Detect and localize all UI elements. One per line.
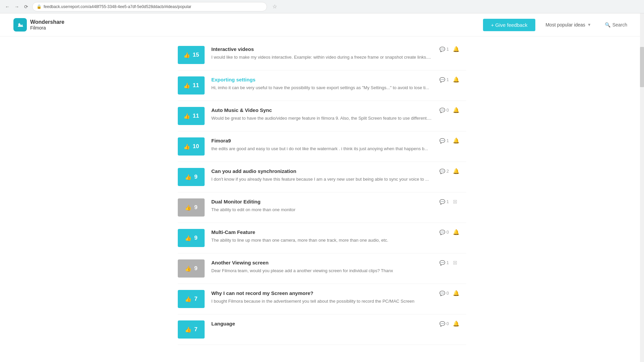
bookmark-icon[interactable]: ☆ — [272, 3, 277, 10]
comment-count: 0 — [446, 108, 449, 113]
comment-area[interactable]: 💬 1 — [439, 138, 449, 143]
idea-title: Multi-Cam Feature — [211, 229, 433, 236]
idea-title: Auto Music & Video Sync — [211, 107, 433, 114]
scrollbar-thumb[interactable] — [640, 47, 644, 87]
idea-title: Interactive videos — [211, 46, 433, 53]
comment-count: 0 — [446, 230, 449, 235]
comment-count: 0 — [446, 321, 449, 326]
forward-button[interactable]: → — [13, 3, 20, 10]
bell-icon[interactable]: 🔔 — [453, 46, 460, 52]
main-content: 👍 15 Interactive videos I would like to … — [171, 37, 473, 348]
vote-button[interactable]: 👍 11 — [178, 107, 205, 125]
idea-description: The ability to line up more than one cam… — [211, 237, 433, 243]
comment-area[interactable]: 💬 1 — [439, 199, 449, 204]
vote-count: 9 — [194, 235, 197, 241]
search-area[interactable]: 🔍 Search — [601, 20, 631, 29]
bell-icon[interactable]: 🔔 — [453, 137, 460, 144]
vote-button[interactable]: 👍 15 — [178, 46, 205, 64]
thumbs-up-icon: 👍 — [183, 113, 190, 119]
comment-area[interactable]: 💬 0 — [439, 321, 449, 326]
vote-count: 7 — [194, 296, 197, 302]
svg-point-1 — [18, 23, 19, 25]
scrollbar[interactable] — [640, 13, 644, 348]
comment-area[interactable]: 💬 1 — [439, 260, 449, 265]
comment-count: 1 — [446, 260, 449, 265]
comment-area[interactable]: 💬 2 — [439, 169, 449, 174]
bell-icon[interactable]: 🔔 — [453, 168, 460, 174]
bell-icon[interactable]: 🔔 — [453, 320, 460, 327]
comment-icon: 💬 — [439, 321, 445, 326]
idea-description: I would like to make my videos interacti… — [211, 54, 433, 60]
vote-button[interactable]: 👍 9 — [178, 229, 205, 247]
comment-icon: 💬 — [439, 77, 445, 82]
comment-area[interactable]: 💬 0 — [439, 291, 449, 296]
idea-meta: 💬 1 ⊠ — [439, 259, 466, 266]
vote-button[interactable]: 👍 7 — [178, 290, 205, 308]
logo-icon — [13, 18, 27, 32]
vote-button[interactable]: 👍 9 — [178, 168, 205, 186]
url-text: feedback.userreport.com/a448f755-3348-4e… — [44, 4, 191, 9]
idea-meta: 💬 1 ⊠ — [439, 198, 466, 205]
comment-area[interactable]: 💬 0 — [439, 108, 449, 113]
logo-text: Wondershare Filmora — [30, 19, 64, 31]
thumbs-up-icon: 👍 — [183, 82, 190, 89]
comment-area[interactable]: 💬 1 — [439, 77, 449, 82]
vote-button[interactable]: 👍 9 — [178, 259, 205, 278]
idea-meta: 💬 0 🔔 — [439, 290, 466, 296]
reload-button[interactable]: ⟳ — [23, 3, 30, 10]
list-item: 👍 11 Exporting settings Hi, imho it can … — [178, 70, 466, 101]
list-item: 👍 7 Language 💬 0 🔔 — [178, 314, 466, 345]
idea-description: I bought Filmora because in the advertis… — [211, 298, 433, 304]
vote-button[interactable]: 👍 7 — [178, 320, 205, 339]
idea-content: Another Viewing screen Dear Filmora team… — [211, 259, 433, 274]
idea-title: Why I can not record my Screen anymore? — [211, 290, 433, 297]
sort-dropdown[interactable]: Most popular ideas ▼ — [542, 20, 594, 29]
thumbs-up-icon: 👍 — [185, 204, 192, 211]
idea-title: Another Viewing screen — [211, 259, 433, 266]
vote-count: 9 — [194, 265, 197, 272]
bell-icon[interactable]: 🔔 — [453, 107, 460, 113]
comment-icon: 💬 — [439, 199, 445, 204]
hourglass-icon[interactable]: ⊠ — [453, 259, 457, 266]
idea-content: Fimora9 the edits are good and easy to u… — [211, 137, 433, 152]
vote-count: 11 — [193, 113, 199, 119]
list-item: 👍 11 Auto Music & Video Sync Would be gr… — [178, 101, 466, 131]
bell-icon[interactable]: 🔔 — [453, 76, 460, 83]
bell-icon[interactable]: 🔔 — [453, 229, 460, 235]
comment-count: 1 — [446, 199, 449, 204]
vote-count: 10 — [193, 143, 199, 150]
browser-chrome: ← → ⟳ 🔒 feedback.userreport.com/a448f755… — [0, 0, 644, 13]
lock-icon: 🔒 — [37, 4, 42, 9]
comment-area[interactable]: 💬 0 — [439, 230, 449, 235]
idea-meta: 💬 1 🔔 — [439, 46, 466, 52]
idea-title[interactable]: Exporting settings — [211, 76, 433, 83]
idea-meta: 💬 0 🔔 — [439, 320, 466, 327]
vote-button[interactable]: 👍 9 — [178, 198, 205, 217]
comment-count: 1 — [446, 77, 449, 82]
comment-icon: 💬 — [439, 108, 445, 113]
give-feedback-button[interactable]: + Give feedback — [483, 19, 536, 31]
idea-meta: 💬 2 🔔 — [439, 168, 466, 174]
idea-meta: 💬 0 🔔 — [439, 107, 466, 113]
comment-area[interactable]: 💬 1 — [439, 47, 449, 52]
idea-description: the edits are good and easy to use but i… — [211, 146, 433, 152]
vote-count: 15 — [193, 52, 199, 58]
logo-area[interactable]: Wondershare Filmora — [13, 18, 64, 32]
idea-content: Why I can not record my Screen anymore? … — [211, 290, 433, 304]
bell-icon[interactable]: 🔔 — [453, 290, 460, 296]
search-label: Search — [612, 22, 627, 27]
list-item: 👍 15 Interactive videos I would like to … — [178, 40, 466, 70]
idea-meta: 💬 0 🔔 — [439, 229, 466, 235]
list-item: 👍 9 Can you add audio synchronization I … — [178, 162, 466, 192]
comment-icon: 💬 — [439, 260, 445, 265]
address-bar[interactable]: 🔒 feedback.userreport.com/a448f755-3348-… — [32, 2, 267, 11]
vote-button[interactable]: 👍 10 — [178, 137, 205, 156]
chevron-down-icon: ▼ — [587, 22, 591, 27]
search-icon: 🔍 — [605, 22, 610, 27]
idea-title: Can you add audio synchronization — [211, 168, 433, 175]
hourglass-icon[interactable]: ⊠ — [453, 198, 457, 205]
vote-count: 7 — [194, 326, 197, 333]
back-button[interactable]: ← — [4, 3, 11, 10]
list-item: 👍 9 Multi-Cam Feature The ability to lin… — [178, 223, 466, 253]
vote-button[interactable]: 👍 11 — [178, 76, 205, 95]
